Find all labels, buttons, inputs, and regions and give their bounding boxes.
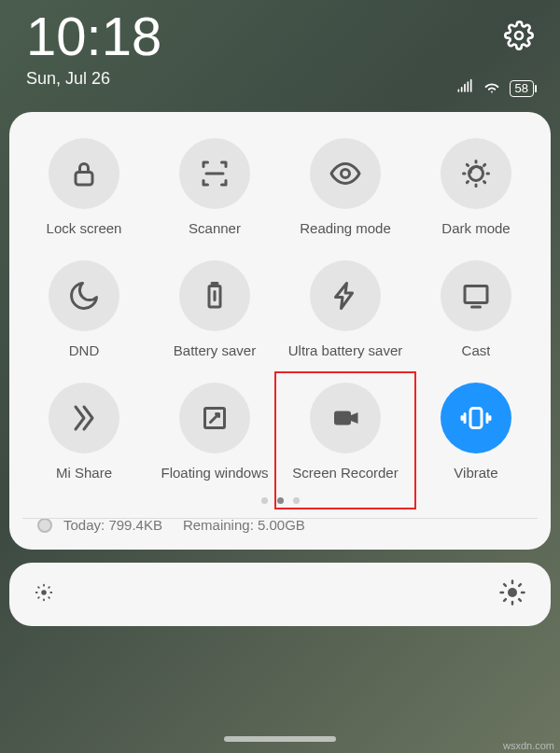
settings-icon[interactable] xyxy=(504,21,534,54)
brightness-low-icon xyxy=(34,582,54,607)
pager-dot xyxy=(293,497,300,504)
tile-mi-share[interactable]: Mi Share xyxy=(19,383,149,481)
tile-label: Battery saver xyxy=(174,342,256,358)
brightness-high-icon xyxy=(498,579,526,610)
video-icon xyxy=(310,383,381,453)
bolt-icon xyxy=(310,260,381,331)
tile-floating-window[interactable]: Floating windows xyxy=(149,383,280,481)
signal-icon xyxy=(455,77,474,100)
pager-dot xyxy=(277,497,284,504)
clock-time: 10:18 xyxy=(26,9,161,63)
tile-screen-recorder[interactable]: Screen Recorder xyxy=(280,383,411,481)
moon-icon xyxy=(49,260,119,331)
tile-label: Lock screen xyxy=(47,220,122,236)
scanner-icon xyxy=(179,138,250,209)
tile-label: Ultra battery saver xyxy=(288,342,403,358)
tile-ultra-battery[interactable]: Ultra battery saver xyxy=(280,260,411,358)
tile-label: Cast xyxy=(462,342,491,358)
eye-icon xyxy=(310,138,381,209)
status-date: Sun, Jul 26 xyxy=(26,69,161,89)
usage-ring-icon xyxy=(37,518,52,533)
tile-dnd[interactable]: DND xyxy=(19,260,149,358)
watermark: wsxdn.com xyxy=(503,740,554,751)
tile-label: Mi Share xyxy=(56,465,112,481)
cast-icon xyxy=(441,260,511,331)
svg-rect-7 xyxy=(334,411,351,425)
svg-point-10 xyxy=(508,588,517,597)
page-indicator xyxy=(19,497,541,504)
tile-label: Screen Recorder xyxy=(292,465,398,481)
tile-lock-screen[interactable]: Lock screen xyxy=(19,138,149,236)
darkmode-icon xyxy=(441,138,511,209)
svg-rect-8 xyxy=(470,409,482,428)
lock-icon xyxy=(49,138,119,209)
floating-icon xyxy=(179,383,250,453)
pager-dot xyxy=(261,497,268,504)
svg-rect-5 xyxy=(465,286,487,303)
svg-point-9 xyxy=(41,590,47,595)
svg-rect-1 xyxy=(76,173,92,186)
tile-label: Scanner xyxy=(189,220,241,236)
tile-label: Floating windows xyxy=(161,465,268,481)
home-handle[interactable] xyxy=(224,736,336,742)
battery-indicator: 58 xyxy=(510,80,534,97)
tile-vibrate[interactable]: Vibrate xyxy=(411,383,541,481)
tile-label: Vibrate xyxy=(454,465,497,481)
mishare-icon xyxy=(49,383,119,453)
svg-point-2 xyxy=(342,170,350,178)
tile-battery-saver[interactable]: Battery saver xyxy=(149,260,280,358)
quick-settings-panel: Lock screenScannerReading modeDark modeD… xyxy=(9,112,551,550)
tile-cast[interactable]: Cast xyxy=(411,260,541,358)
status-icons: 58 xyxy=(455,77,534,101)
tile-label: Dark mode xyxy=(441,220,510,236)
battery-icon xyxy=(179,260,250,331)
vibrate-icon xyxy=(441,383,511,453)
wifi-icon xyxy=(482,77,502,101)
tile-scanner[interactable]: Scanner xyxy=(149,138,280,236)
tile-label: Reading mode xyxy=(300,220,391,236)
tile-reading-mode[interactable]: Reading mode xyxy=(280,138,411,236)
data-usage-row[interactable]: Today: 799.4KB Remaining: 5.00GB xyxy=(37,517,523,533)
brightness-slider[interactable] xyxy=(9,563,551,626)
tile-dark-mode[interactable]: Dark mode xyxy=(411,138,541,236)
svg-point-0 xyxy=(515,32,523,39)
tile-label: DND xyxy=(69,342,100,358)
